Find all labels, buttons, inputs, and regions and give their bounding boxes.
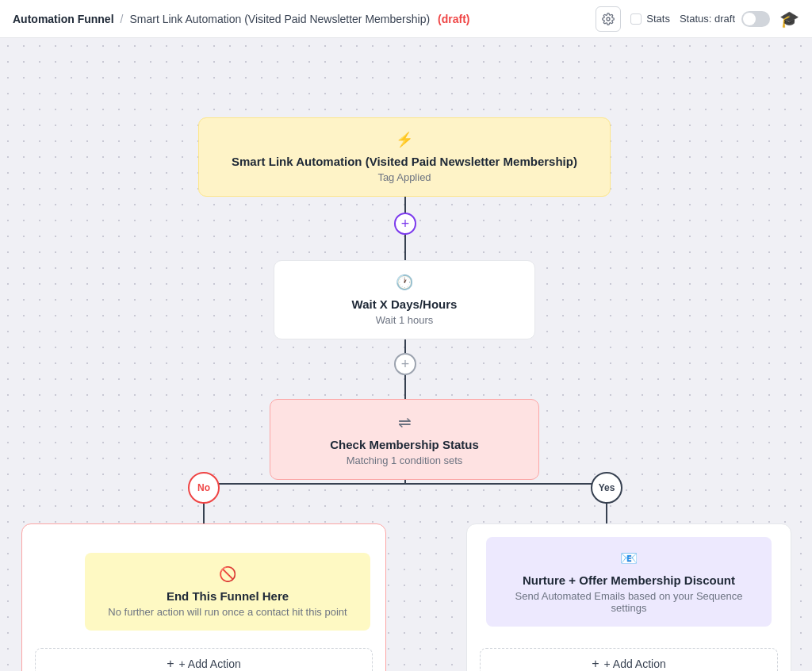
branch-no-label: No: [188, 472, 220, 504]
wait-subtitle: Wait 1 hours: [290, 314, 519, 326]
gear-button[interactable]: [596, 6, 621, 32]
trigger-icon: ⚡: [218, 131, 591, 148]
sequence-icon: 📧: [505, 550, 753, 567]
wait-icon: 🕐: [290, 274, 519, 291]
condition-title: Check Membership Status: [289, 438, 519, 451]
svg-point-0: [607, 17, 610, 21]
cap-icon: 🎓: [779, 10, 799, 29]
no-branch-container: 🚫 End This Funnel Here No further action…: [21, 523, 386, 671]
trigger-title: Smart Link Automation (Visited Paid News…: [218, 155, 591, 168]
wait-title: Wait X Days/Hours: [290, 297, 519, 311]
stats-checkbox[interactable]: [630, 13, 642, 25]
breadcrumb-current: Smart Link Automation (Visited Paid News…: [129, 13, 469, 25]
sequence-title: Nurture + Offer Membership Discount: [505, 573, 753, 587]
end-subtitle: No further action will run once a contac…: [101, 606, 354, 618]
trigger-node[interactable]: ⚡ Smart Link Automation (Visited Paid Ne…: [198, 117, 611, 197]
end-title: End This Funnel Here: [101, 589, 354, 603]
wait-node[interactable]: 🕐 Wait X Days/Hours Wait 1 hours: [274, 260, 535, 339]
add-action-right-button[interactable]: + + Add Action: [480, 648, 778, 671]
header-actions: Stats Status: draft 🎓: [596, 6, 799, 32]
automation-canvas: ⚡ Smart Link Automation (Visited Paid Ne…: [0, 38, 812, 671]
plus-icon-left: +: [167, 657, 174, 671]
status-toggle[interactable]: [741, 11, 770, 27]
end-icon: 🚫: [101, 566, 354, 583]
condition-node[interactable]: ⇌ Check Membership Status Matching 1 con…: [270, 399, 539, 480]
stats-button[interactable]: Stats: [630, 13, 670, 25]
status-area: Status: draft: [680, 11, 770, 27]
end-node[interactable]: 🚫 End This Funnel Here No further action…: [85, 553, 370, 631]
add-step-button-1[interactable]: +: [394, 213, 416, 235]
condition-icon: ⇌: [289, 412, 519, 431]
condition-subtitle: Matching 1 condition sets: [289, 454, 519, 466]
header: Automation Funnel / Smart Link Automatio…: [0, 0, 812, 38]
branch-yes-label: Yes: [591, 472, 622, 504]
sequence-node[interactable]: 📧 Nurture + Offer Membership Discount Se…: [486, 537, 772, 627]
breadcrumb: Automation Funnel / Smart Link Automatio…: [13, 13, 596, 25]
trigger-subtitle: Tag Applied: [218, 171, 591, 183]
draft-badge: (draft): [438, 13, 469, 25]
add-action-left-button[interactable]: + + Add Action: [35, 648, 373, 671]
breadcrumb-separator: /: [121, 13, 124, 25]
add-step-button-2[interactable]: +: [394, 353, 416, 375]
plus-icon-right: +: [592, 657, 599, 671]
yes-branch-container: 📧 Nurture + Offer Membership Discount Se…: [466, 523, 791, 671]
breadcrumb-root[interactable]: Automation Funnel: [13, 13, 114, 25]
sequence-subtitle: Send Automated Emails based on your Sequ…: [505, 590, 753, 614]
